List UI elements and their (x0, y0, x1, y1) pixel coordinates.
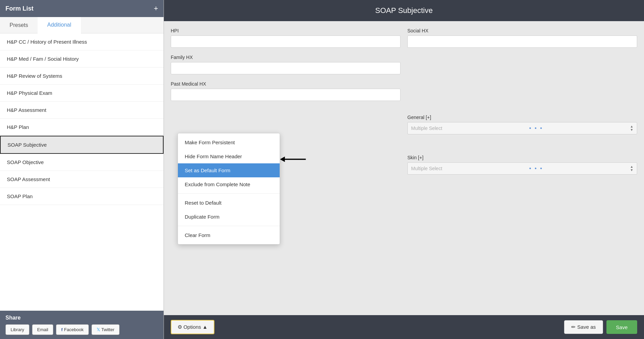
empty-field-1 (407, 55, 637, 74)
general-arrows: ▲▼ (630, 125, 633, 132)
options-button[interactable]: ⚙ Options ▲ (171, 320, 214, 334)
social-hx-field: Social HX (407, 28, 637, 48)
spacer (171, 108, 637, 115)
share-buttons: Library Email f Facebook 𝕏 Twitter (5, 324, 158, 335)
list-item-soapobj[interactable]: SOAP Objective (0, 154, 164, 171)
past-med-hx-label: Past Medical HX (171, 81, 401, 87)
skin-dots: • • • (529, 165, 543, 172)
add-form-button[interactable]: + (154, 5, 158, 12)
menu-item-exclude-complete[interactable]: Exclude from Complete Note (178, 177, 280, 191)
list-item-hpass[interactable]: H&P Assessment (0, 102, 164, 119)
form-title: SOAP Subjective (164, 0, 644, 21)
general-field: General [+] Multiple Select • • • ▲▼ (407, 115, 637, 134)
arrow-indicator (280, 154, 307, 164)
menu-item-make-persistent[interactable]: Make Form Persistent (178, 135, 280, 149)
list-item-hpplan[interactable]: H&P Plan (0, 119, 164, 136)
share-twitter-button[interactable]: 𝕏 Twitter (92, 324, 120, 335)
form-list-title: Form List (5, 5, 33, 12)
form-list: H&P CC / History of Present Illness H&P … (0, 33, 164, 311)
social-hx-label: Social HX (407, 28, 637, 33)
tab-presets[interactable]: Presets (0, 17, 38, 33)
skin-field: Skin [+] Multiple Select • • • ▲▼ (407, 155, 637, 175)
general-multiselect[interactable]: Multiple Select • • • ▲▼ (407, 122, 637, 134)
skin-label: Skin [+] (407, 155, 637, 160)
menu-item-clear-form[interactable]: Clear Form (178, 228, 280, 242)
form-list-header: Form List + (0, 0, 164, 17)
list-item-soapass[interactable]: SOAP Assessment (0, 171, 164, 188)
menu-item-duplicate-form[interactable]: Duplicate Form (178, 210, 280, 224)
bottom-bar: ⚙ Options ▲ ✏ Save as Save (164, 315, 644, 339)
family-hx-input[interactable] (171, 62, 401, 74)
menu-divider-2 (178, 226, 280, 226)
share-label: Share (5, 315, 158, 321)
tab-bar: Presets Additional (0, 17, 164, 33)
past-med-hx-field: Past Medical HX (171, 81, 401, 101)
hpi-field: HPI (171, 28, 401, 48)
past-med-hx-input[interactable] (171, 89, 401, 101)
menu-item-reset-default[interactable]: Reset to Default (178, 196, 280, 210)
bottom-right-buttons: ✏ Save as Save (564, 320, 637, 334)
list-item-soapsubj[interactable]: SOAP Subjective (0, 136, 164, 154)
context-menu: Make Form Persistent Hide Form Name Head… (178, 133, 280, 245)
tab-additional[interactable]: Additional (38, 17, 81, 33)
list-item-soapplan[interactable]: SOAP Plan (0, 188, 164, 205)
svg-marker-1 (280, 157, 285, 162)
list-item-hppe[interactable]: H&P Physical Exam (0, 85, 164, 102)
empty-field-2 (407, 81, 637, 101)
list-item-hpmed[interactable]: H&P Med / Fam / Social History (0, 50, 164, 68)
save-as-button[interactable]: ✏ Save as (564, 320, 603, 334)
form-row-1: HPI Social HX (171, 28, 637, 48)
form-row-2: Family HX (171, 55, 637, 74)
family-hx-field: Family HX (171, 55, 401, 74)
save-button[interactable]: Save (606, 320, 637, 334)
general-dots: • • • (529, 125, 543, 131)
left-panel: Form List + Presets Additional H&P CC / … (0, 0, 164, 339)
share-facebook-button[interactable]: f Facebook (56, 324, 88, 335)
hpi-input[interactable] (171, 35, 401, 48)
social-hx-input[interactable] (407, 35, 637, 48)
skin-multiselect[interactable]: Multiple Select • • • ▲▼ (407, 162, 637, 175)
general-label: General [+] (407, 115, 637, 120)
empty-field-3 (171, 115, 401, 134)
form-row-4: General [+] Multiple Select • • • ▲▼ (171, 115, 637, 134)
skin-placeholder: Multiple Select (411, 166, 442, 171)
menu-item-set-default[interactable]: Set as Default Form (178, 163, 280, 177)
general-placeholder: Multiple Select (411, 126, 442, 131)
twitter-icon: 𝕏 (97, 327, 100, 332)
facebook-icon: f (61, 327, 62, 332)
hpi-label: HPI (171, 28, 401, 33)
list-item-hpros[interactable]: H&P Review of Systems (0, 68, 164, 85)
menu-divider-1 (178, 193, 280, 194)
skin-arrows: ▲▼ (630, 165, 633, 172)
list-item-hpcc[interactable]: H&P CC / History of Present Illness (0, 33, 164, 50)
form-row-3: Past Medical HX (171, 81, 637, 101)
share-email-button[interactable]: Email (32, 324, 54, 335)
menu-item-hide-form-name[interactable]: Hide Form Name Header (178, 149, 280, 163)
family-hx-label: Family HX (171, 55, 401, 60)
share-library-button[interactable]: Library (5, 324, 29, 335)
share-section: Share Library Email f Facebook 𝕏 Twitter (0, 311, 164, 339)
right-panel: SOAP Subjective HPI Social HX Family HX (164, 0, 644, 339)
